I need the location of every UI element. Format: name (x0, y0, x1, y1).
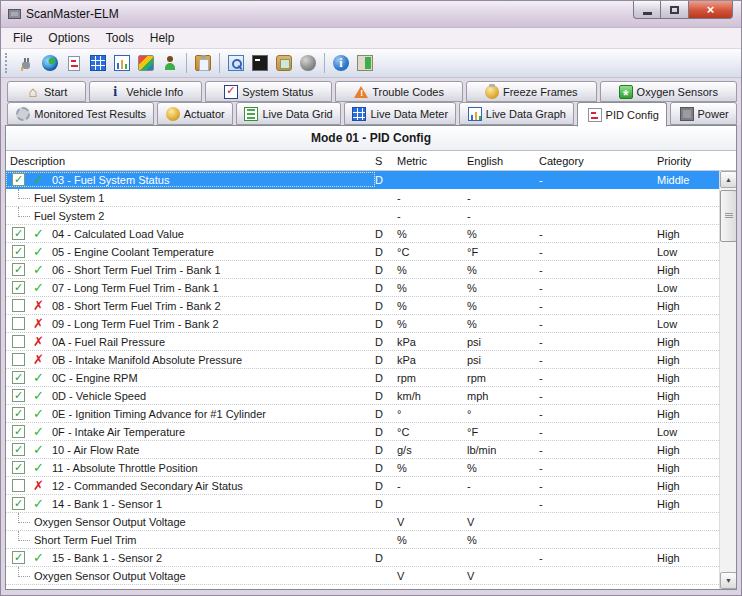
clipboard-toolbar-button[interactable] (191, 51, 215, 75)
pid-checkbox[interactable]: ✓ (12, 281, 25, 294)
tab-actuator[interactable]: Actuator (157, 102, 233, 125)
tab-power[interactable]: Power (670, 102, 737, 125)
table-row[interactable]: ✓✓0C - Engine RPMDrpmrpm-High (6, 369, 719, 387)
tab-label: Live Data Grid (262, 108, 332, 120)
description-text: 15 - Bank 1 - Sensor 2 (52, 552, 162, 564)
search-window-icon (228, 55, 244, 71)
menu-file[interactable]: File (5, 29, 40, 47)
table-row[interactable]: ✓✓0D - Vehicle SpeedDkm/hmph-High (6, 387, 719, 405)
pid-checkbox[interactable]: ✓ (12, 407, 25, 420)
pid-checkbox[interactable] (12, 317, 25, 330)
pid-checkbox[interactable] (12, 299, 25, 312)
minimize-button[interactable] (633, 1, 661, 19)
pid-checkbox[interactable]: ✓ (12, 461, 25, 474)
report-toolbar-button[interactable] (62, 51, 86, 75)
device-toolbar-button[interactable] (272, 51, 296, 75)
pid-checkbox[interactable] (12, 335, 25, 348)
search-window-toolbar-button[interactable] (224, 51, 248, 75)
english-cell: - (467, 210, 539, 222)
tab-live-data-meter[interactable]: Live Data Meter (344, 102, 456, 125)
scroll-thumb[interactable] (720, 190, 736, 242)
toolbar-grip[interactable] (5, 53, 10, 73)
pid-checkbox[interactable]: ✓ (12, 263, 25, 276)
pid-checkbox[interactable]: ✓ (12, 551, 25, 564)
console-toolbar-button[interactable] (248, 51, 272, 75)
column-header-metric[interactable]: Metric (397, 155, 467, 167)
table-row[interactable]: Short Term Fuel Trim%% (6, 531, 719, 549)
tab-label: System Status (242, 86, 313, 98)
pid-checkbox[interactable]: ✓ (12, 173, 25, 186)
table-row[interactable]: ✓✓15 - Bank 1 - Sensor 2D-High (6, 549, 719, 567)
menu-options[interactable]: Options (40, 29, 97, 47)
table-row[interactable]: ✓✓0F - Intake Air TemperatureD°C°F-Low (6, 423, 719, 441)
table-row[interactable]: ✓✓0E - Ignition Timing Advance for #1 Cy… (6, 405, 719, 423)
table-row[interactable]: ✗09 - Long Term Fuel Trim - Bank 2D%%-Lo… (6, 315, 719, 333)
user-toolbar-button[interactable] (158, 51, 182, 75)
pid-checkbox[interactable] (12, 479, 25, 492)
maximize-button[interactable] (661, 1, 689, 19)
tab-freeze-frames[interactable]: Freeze Frames (466, 81, 597, 102)
menu-tools[interactable]: Tools (98, 29, 142, 47)
table-row[interactable]: ✗0A - Fuel Rail PressureDkPapsi-High (6, 333, 719, 351)
exit-toolbar-button[interactable] (353, 51, 377, 75)
pid-checkbox[interactable] (12, 353, 25, 366)
globe-toolbar-button[interactable] (38, 51, 62, 75)
tab-pid-config[interactable]: PID Config (577, 102, 667, 127)
tab-monitored-test-results[interactable]: Monitored Test Results (7, 102, 154, 125)
column-header-description[interactable]: Description (6, 155, 375, 167)
table-row[interactable]: Oxygen Sensor Output VoltageVV (6, 513, 719, 531)
close-button[interactable]: × (689, 1, 733, 19)
pid-checkbox[interactable]: ✓ (12, 371, 25, 384)
data-grid-toolbar-button[interactable] (86, 51, 110, 75)
tab-start[interactable]: Start (7, 81, 86, 102)
column-header-s[interactable]: S (375, 155, 397, 167)
table-row[interactable]: ✓✓03 - Fuel System StatusD-Middle (6, 171, 719, 189)
info-toolbar-button[interactable] (329, 51, 353, 75)
table-row[interactable]: Oxygen Sensor Output VoltageVV (6, 567, 719, 585)
sphere-toolbar-button[interactable] (296, 51, 320, 75)
pid-checkbox[interactable]: ✓ (12, 443, 25, 456)
table-row[interactable]: Fuel System 1-- (6, 189, 719, 207)
pid-checkbox[interactable]: ✓ (12, 497, 25, 510)
gallery-toolbar-button[interactable] (134, 51, 158, 75)
english-cell: V (467, 570, 539, 582)
scroll-up-button[interactable]: ▲ (720, 171, 736, 188)
table-row[interactable]: ✗12 - Commanded Secondary Air StatusD---… (6, 477, 719, 495)
tab-system-status[interactable]: System Status (205, 81, 332, 102)
tab-trouble-codes[interactable]: Trouble Codes (335, 81, 463, 102)
table-row[interactable]: ✓✓04 - Calculated Load ValueD%%-High (6, 225, 719, 243)
tab-oxygen-sensors[interactable]: Oxygen Sensors (600, 81, 737, 102)
maximize-icon (670, 6, 679, 14)
title-bar[interactable]: ScanMaster-ELM × (1, 1, 741, 28)
table-row[interactable]: ✓✓05 - Engine Coolant TemperatureD°C°F-L… (6, 243, 719, 261)
table-row[interactable]: Fuel System 2-- (6, 207, 719, 225)
plug-toolbar-button[interactable] (14, 51, 38, 75)
scaling-cell: D (375, 426, 397, 438)
english-cell: % (467, 282, 539, 294)
menu-help[interactable]: Help (142, 29, 183, 47)
table-row[interactable]: ✓✓11 - Absolute Throttle PositionD%%-Hig… (6, 459, 719, 477)
column-header-english[interactable]: English (467, 155, 539, 167)
category-cell: - (539, 264, 657, 276)
english-cell: % (467, 300, 539, 312)
table-row[interactable]: ✗0B - Intake Manifold Absolute PressureD… (6, 351, 719, 369)
table-row[interactable]: ✓✓07 - Long Term Fuel Trim - Bank 1D%%-L… (6, 279, 719, 297)
pid-checkbox[interactable]: ✓ (12, 425, 25, 438)
table-row[interactable]: ✓✓10 - Air Flow RateDg/slb/min-High (6, 441, 719, 459)
tab-live-data-graph[interactable]: Live Data Graph (459, 102, 574, 125)
bar-chart-toolbar-button[interactable] (110, 51, 134, 75)
table-row[interactable]: ✓✓14 - Bank 1 - Sensor 1D-High (6, 495, 719, 513)
tab-live-data-grid[interactable]: Live Data Grid (236, 102, 341, 125)
description-cell: ✓✓0C - Engine RPM (6, 370, 375, 385)
table-row[interactable]: ✗08 - Short Term Fuel Trim - Bank 2D%%-H… (6, 297, 719, 315)
column-header-priority[interactable]: Priority (657, 155, 719, 167)
pid-checkbox[interactable]: ✓ (12, 245, 25, 258)
pid-checkbox[interactable]: ✓ (12, 227, 25, 240)
vertical-scrollbar[interactable]: ▲ ▼ (719, 171, 736, 589)
tab-label: Live Data Graph (486, 108, 566, 120)
pid-checkbox[interactable]: ✓ (12, 389, 25, 402)
tab-vehicle-info[interactable]: Vehicle Info (89, 81, 202, 102)
scroll-down-button[interactable]: ▼ (720, 572, 736, 589)
column-header-category[interactable]: Category (539, 155, 657, 167)
table-row[interactable]: ✓✓06 - Short Term Fuel Trim - Bank 1D%%-… (6, 261, 719, 279)
